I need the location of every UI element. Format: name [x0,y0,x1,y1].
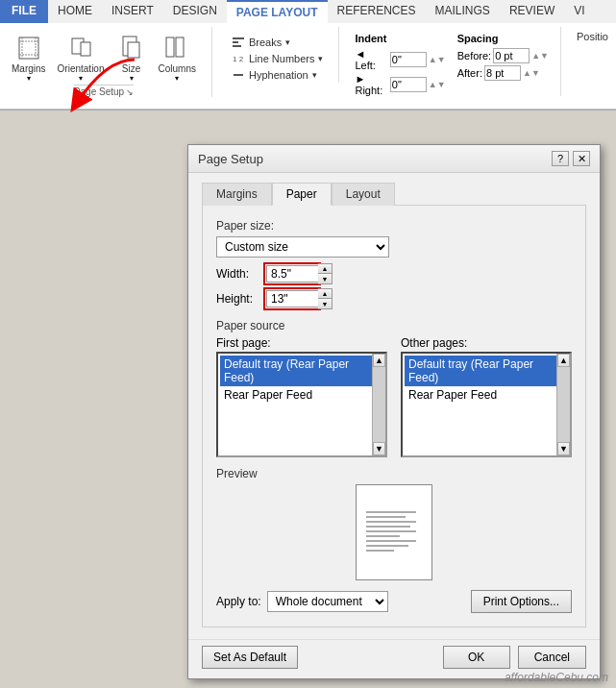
before-spacing-input[interactable] [493,48,530,63]
apply-to-label: Apply to: [216,595,261,608]
svg-rect-6 [81,42,90,56]
svg-rect-15 [234,74,243,76]
dialog-title: Page Setup [198,152,263,166]
tab-margins[interactable]: Margins [202,183,272,206]
page-setup-group: Margins ▾ Orientation ▾ [8,27,212,97]
height-label: Height: [216,292,259,306]
tab-design[interactable]: DESIGN [163,0,227,23]
svg-rect-8 [128,42,139,58]
dialog-controls: ? ✕ [552,151,590,166]
first-page-label: First page: [216,336,387,350]
preview-section: Preview [216,467,572,580]
list-item[interactable]: Rear Paper Feed [220,386,383,404]
tab-review[interactable]: REVIEW [500,0,564,23]
other-pages-label: Other pages: [401,336,572,350]
svg-rect-10 [176,37,184,57]
list-item[interactable]: Default tray (Rear Paper Feed) [405,356,568,386]
before-spacing-label: Before: [457,50,491,61]
ribbon-content: Margins ▾ Orientation ▾ [0,23,616,110]
width-label: Width: [216,267,259,281]
tab-file[interactable]: FILE [0,0,48,23]
other-pages-listbox[interactable]: Default tray (Rear Paper Feed) Rear Pape… [401,352,572,457]
columns-label: Columns [159,63,196,74]
height-spinbox: ▲ ▼ [266,288,333,309]
right-indent-input[interactable] [390,77,427,92]
size-label: Size [122,63,140,74]
tab-view[interactable]: VI [564,0,594,23]
position-group: Positio [577,27,608,42]
tab-page-layout[interactable]: PAGE LAYOUT [227,0,328,23]
right-indent-label: ► Right: [355,73,387,96]
size-icon [116,33,147,63]
first-page-listbox[interactable]: Default tray (Rear Paper Feed) Rear Pape… [216,352,387,457]
dialog-titlebar: Page Setup ? ✕ [188,145,600,173]
width-increment[interactable]: ▲ [318,264,332,274]
breaks-button[interactable]: Breaks▾ [228,35,327,50]
apply-to-select[interactable]: Whole document This point forward [267,591,388,612]
margins-button[interactable]: Margins ▾ [8,31,50,85]
tab-mailings[interactable]: MAILINGS [426,0,500,23]
page-setup-group-label: Page Setup ↘ [74,85,134,97]
orientation-label: Orientation [58,63,105,74]
svg-rect-13 [233,45,241,47]
dialog-help-button[interactable]: ? [552,151,569,166]
page-setup-dialog-launcher[interactable]: ↘ [126,87,134,97]
scrollbar-down[interactable]: ▼ [557,442,570,455]
height-input[interactable] [266,290,318,307]
hyphenation-button[interactable]: Hyphenation▾ [228,67,327,83]
scrollbar-up[interactable]: ▲ [373,354,385,367]
spacing-label: Spacing [457,33,549,44]
left-indent-input[interactable] [390,52,427,67]
ribbon-tabs: FILE HOME INSERT DESIGN PAGE LAYOUT REFE… [0,0,616,23]
set-as-default-button[interactable]: Set As Default [202,646,298,669]
left-indent-label: ◄ Left: [355,48,387,71]
scrollbar-track [373,367,385,442]
apply-to-row: Apply to: Whole document This point forw… [216,590,572,613]
scrollbar-track [557,367,570,442]
width-decrement[interactable]: ▼ [318,274,332,283]
paper-size-label: Paper size: [216,219,572,233]
ok-button[interactable]: OK [443,646,510,669]
preview-label: Preview [216,467,572,480]
tab-paper[interactable]: Paper [272,183,332,206]
scrollbar-down[interactable]: ▼ [373,442,385,455]
cancel-button[interactable]: Cancel [518,646,586,669]
height-increment[interactable]: ▲ [318,289,332,299]
columns-button[interactable]: Columns ▾ [155,31,200,85]
after-spacing-input[interactable] [484,65,521,81]
svg-text:1 2 3: 1 2 3 [233,55,245,63]
breaks-group: Breaks▾ 1 2 3 Line Numbers▾ Hyphenation▾ [228,27,339,83]
margins-label: Margins [12,63,46,74]
paper-size-select[interactable]: Custom size Letter Legal A4 [216,236,389,258]
page-setup-dialog: Page Setup ? ✕ Margins Paper Layout Pape… [187,144,601,679]
indent-spacing-group: Indent ◄ Left: ▲▼ ► Right: ▲▼ Spacing [355,27,561,96]
after-spacing-label: After: [457,67,482,79]
watermark: affordableCebu.com [505,671,608,684]
list-item[interactable]: Rear Paper Feed [405,386,568,404]
columns-icon [161,33,192,63]
svg-rect-9 [166,37,174,57]
size-button[interactable]: Size ▾ [112,31,151,85]
orientation-icon [65,33,96,63]
scrollbar-up[interactable]: ▲ [557,354,570,367]
paper-source-section: Paper source First page: Default tray (R… [216,319,572,457]
line-numbers-button[interactable]: 1 2 3 Line Numbers▾ [228,51,327,66]
tab-home[interactable]: HOME [48,0,102,23]
margins-icon [13,33,44,63]
width-input[interactable] [266,265,318,283]
tab-insert[interactable]: INSERT [102,0,163,23]
dialog-tab-bar: Margins Paper Layout [202,183,586,206]
list-item[interactable]: Default tray (Rear Paper Feed) [220,356,383,386]
height-decrement[interactable]: ▼ [318,299,332,308]
tab-references[interactable]: REFERENCES [328,0,426,23]
svg-rect-11 [233,37,244,39]
tab-layout[interactable]: Layout [332,183,395,206]
preview-box [356,484,432,580]
orientation-button[interactable]: Orientation ▾ [54,31,109,85]
tab-paper-content: Paper size: Custom size Letter Legal A4 … [202,205,586,627]
indent-label: Indent [355,33,445,44]
width-spinbox: ▲ ▼ [266,263,333,284]
dialog-close-button[interactable]: ✕ [573,151,590,166]
svg-rect-12 [233,41,238,43]
print-options-button[interactable]: Print Options... [471,590,572,613]
